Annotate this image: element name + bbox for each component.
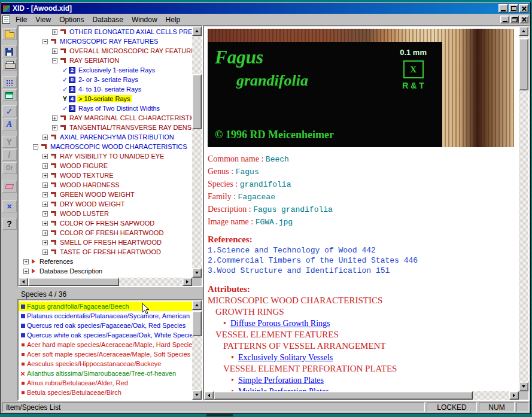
tree-item[interactable]: +SMELL OF FRESH HEARTWOOD xyxy=(19,238,192,247)
collapse-icon[interactable]: − xyxy=(33,144,38,150)
scroll-right-button[interactable] xyxy=(509,391,519,400)
tree-item[interactable]: +OVERALL MICROSCOPIC RAY FEATURES xyxy=(19,46,192,56)
tree-vertical-scrollbar[interactable] xyxy=(192,26,202,278)
tree-item[interactable]: ✓2Exclusively 1-seriate Rays xyxy=(19,65,192,75)
expand-icon[interactable]: + xyxy=(42,211,48,217)
menu-help[interactable]: Help xyxy=(162,14,185,26)
tree-item[interactable]: +AXIAL PARENCHYMA DISTRIBUTION xyxy=(19,132,192,142)
tree-item[interactable]: ✓02- or 3- seriate Rays xyxy=(19,75,192,84)
yes-button[interactable]: Y xyxy=(2,136,17,148)
menu-view[interactable]: View xyxy=(31,14,55,26)
collapse-icon[interactable]: − xyxy=(52,58,57,63)
species-row[interactable]: ×Ailanthus altissima/Simaroubaceae/Tree-… xyxy=(19,369,192,378)
expand-icon[interactable]: + xyxy=(42,192,48,197)
scroll-thumb[interactable] xyxy=(192,311,202,336)
species-row[interactable]: Acer hard maple species/Aceraceae/Maple,… xyxy=(19,340,192,349)
tree-item[interactable]: −MICROSCOPIC RAY FEATURES xyxy=(19,36,192,46)
expand-icon[interactable]: + xyxy=(42,240,48,245)
expand-icon[interactable]: + xyxy=(42,202,48,207)
open-button[interactable] xyxy=(2,28,17,40)
attribute-link[interactable]: Simple Perforation Plates xyxy=(238,376,324,385)
tree-item[interactable]: +OTHER ELONGATED AXIAL CELLS PRESENT xyxy=(19,27,192,36)
text-button[interactable]: A xyxy=(2,118,17,130)
child-close-button[interactable] xyxy=(519,16,528,23)
delete-button[interactable]: × xyxy=(2,200,17,212)
scroll-down-button[interactable] xyxy=(192,390,202,400)
tree-item[interactable]: Y4> 10-seriate Rays xyxy=(19,94,192,104)
scroll-track[interactable] xyxy=(192,310,202,390)
species-row[interactable]: Betula species/Betulaceae/Birch xyxy=(19,388,192,397)
tree-item[interactable]: ✓24- to 10- seriate Rays xyxy=(19,84,192,94)
scroll-down-button[interactable] xyxy=(192,268,202,278)
tree-item[interactable]: +WOOD TEXTURE xyxy=(19,171,192,180)
expand-icon[interactable]: + xyxy=(42,249,48,255)
minimize-button[interactable] xyxy=(498,4,508,13)
scroll-down-button[interactable] xyxy=(519,382,528,391)
maximize-button[interactable] xyxy=(509,4,518,13)
species-row[interactable]: Quercus white oak species/Fagaceae/Oak, … xyxy=(19,330,192,340)
expand-icon[interactable]: + xyxy=(23,269,29,274)
scroll-track[interactable] xyxy=(519,36,528,382)
tree-item[interactable]: +References xyxy=(19,257,192,266)
erase-button[interactable] xyxy=(2,181,17,193)
expand-icon[interactable]: + xyxy=(52,125,57,130)
scroll-up-button[interactable] xyxy=(192,300,202,310)
results-window-button[interactable] xyxy=(2,89,17,101)
species-row[interactable]: Alnus rubra/Betulaceae/Alder, Red xyxy=(19,378,192,388)
expand-icon[interactable]: + xyxy=(42,230,48,236)
tree-item[interactable]: +Database Description xyxy=(19,266,192,276)
tree-item[interactable]: −MACROSCOPIC WOOD CHARACTERISTICS xyxy=(19,142,192,151)
scroll-track[interactable] xyxy=(28,278,183,286)
tree-item[interactable]: −RAY SERIATION xyxy=(19,56,192,65)
scroll-left-button[interactable] xyxy=(204,391,214,400)
tree-item[interactable]: +COLOR OF FRESH HEARTWOOD xyxy=(19,228,192,238)
menu-options[interactable]: Options xyxy=(55,14,88,26)
menu-database[interactable]: Database xyxy=(89,14,127,26)
tree-item[interactable]: +GREEN WOOD WEIGHT xyxy=(19,190,192,199)
best-choice-button[interactable]: ✓ xyxy=(2,105,17,117)
attribute-link[interactable]: Diffuse Porous Growth Rings xyxy=(230,319,330,328)
expand-icon[interactable]: + xyxy=(42,173,48,178)
expand-icon[interactable]: + xyxy=(42,154,48,159)
tree-item[interactable]: ✓3Rays of Two Distinct Widths xyxy=(19,104,192,113)
expand-icon[interactable]: + xyxy=(52,48,57,54)
species-row[interactable]: Platanus occidentalis/Platanaceae/Sycamo… xyxy=(19,311,192,321)
tree-item[interactable]: +COLOR OF FRESH SAPWOOD xyxy=(19,218,192,228)
scroll-thumb[interactable] xyxy=(519,38,528,90)
scroll-thumb[interactable] xyxy=(214,391,473,400)
save-button[interactable] xyxy=(2,45,17,57)
print-button[interactable] xyxy=(2,59,17,71)
scroll-thumb[interactable] xyxy=(192,74,202,129)
scroll-track[interactable] xyxy=(214,391,509,400)
help-button[interactable]: ? xyxy=(2,218,17,230)
species-row[interactable]: Aesculus species/Hippocastanaceae/Buckey… xyxy=(19,359,192,369)
tree-item[interactable]: +WOOD FIGURE xyxy=(19,161,192,171)
scroll-track[interactable] xyxy=(192,36,202,268)
expand-icon[interactable]: + xyxy=(42,135,48,140)
tree-item[interactable]: +DRY WOOD WEIGHT xyxy=(19,199,192,209)
scroll-up-button[interactable] xyxy=(192,26,202,36)
expand-icon[interactable]: + xyxy=(42,221,48,226)
or-button[interactable]: Or xyxy=(2,162,17,174)
scroll-thumb[interactable] xyxy=(28,278,119,286)
species-row[interactable]: Fagus grandifolia/Fagaceae/Beech xyxy=(19,302,192,311)
tree-item[interactable]: +RAY VISIBILITY TO UNAIDED EYE xyxy=(19,151,192,161)
specimen-image[interactable]: Fagus grandifolia 0.1 mm X R & T © 1996 … xyxy=(208,29,514,147)
expand-icon[interactable]: + xyxy=(42,163,48,169)
child-restore-button[interactable] xyxy=(510,16,519,23)
tree-item[interactable]: +TASTE OF FRESH HEARTWOOD xyxy=(19,247,192,257)
matrix-button[interactable] xyxy=(2,76,17,88)
detail-vertical-scrollbar[interactable] xyxy=(519,26,528,391)
close-button[interactable] xyxy=(519,4,528,13)
child-minimize-button[interactable] xyxy=(500,16,509,23)
scroll-right-button[interactable] xyxy=(183,278,192,286)
expand-icon[interactable]: + xyxy=(52,29,57,35)
attribute-link[interactable]: Exclusively Solitary Vessels xyxy=(238,353,333,362)
species-row[interactable]: Acer soft maple species/Aceraceae/Maple,… xyxy=(19,349,192,359)
scroll-left-button[interactable] xyxy=(19,278,28,286)
detail-horizontal-scrollbar[interactable] xyxy=(204,391,519,400)
species-vertical-scrollbar[interactable] xyxy=(192,300,202,400)
tree-item[interactable]: +WOOD LUSTER xyxy=(19,209,192,218)
tree-horizontal-scrollbar[interactable] xyxy=(19,278,192,286)
attribute-link[interactable]: Multiple Perforation Plates xyxy=(238,387,329,391)
